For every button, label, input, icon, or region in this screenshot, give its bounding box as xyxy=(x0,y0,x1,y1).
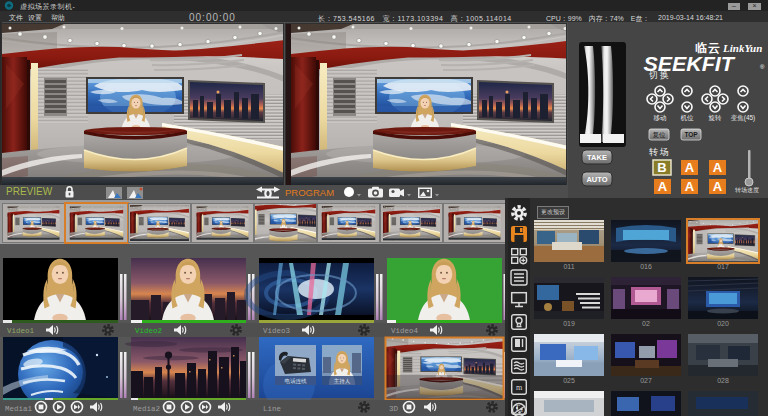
svg-text:A: A xyxy=(685,160,695,175)
svg-text:Line: Line xyxy=(263,405,281,413)
svg-text:Video2: Video2 xyxy=(135,327,162,335)
svg-text:电话连线: 电话连线 xyxy=(285,378,308,385)
svg-text:®: ® xyxy=(760,64,765,70)
svg-text:转场速度: 转场速度 xyxy=(735,186,759,194)
svg-text:m: m xyxy=(516,383,523,392)
svg-text:Media1: Media1 xyxy=(5,405,33,413)
svg-text:028: 028 xyxy=(717,377,729,384)
svg-text:016: 016 xyxy=(640,263,652,270)
svg-text:切换: 切换 xyxy=(648,70,671,80)
svg-text:A: A xyxy=(713,179,723,194)
svg-text:TOP: TOP xyxy=(684,131,698,138)
svg-text:B: B xyxy=(657,160,666,175)
svg-text:019: 019 xyxy=(563,320,575,327)
svg-text:020: 020 xyxy=(717,320,729,327)
svg-text:机位: 机位 xyxy=(681,114,695,121)
svg-text:转场: 转场 xyxy=(649,147,671,157)
svg-text:025: 025 xyxy=(563,377,575,384)
svg-text:3D: 3D xyxy=(389,405,399,413)
svg-text:TAKE: TAKE xyxy=(587,153,607,162)
svg-text:旋转: 旋转 xyxy=(709,114,723,122)
svg-text:011: 011 xyxy=(563,263,574,270)
svg-text:A: A xyxy=(685,179,695,194)
svg-text:Video3: Video3 xyxy=(263,327,291,335)
svg-text:主持人: 主持人 xyxy=(334,378,351,385)
svg-text:Media2: Media2 xyxy=(133,405,160,413)
svg-text:017: 017 xyxy=(717,263,729,270)
svg-text:变焦(45): 变焦(45) xyxy=(731,114,756,122)
svg-text:复位: 复位 xyxy=(653,131,667,139)
svg-text:AUTO: AUTO xyxy=(586,175,607,184)
svg-text:移动: 移动 xyxy=(654,114,667,122)
svg-text:027: 027 xyxy=(640,377,652,384)
svg-text:Video1: Video1 xyxy=(7,327,35,335)
svg-text:A: A xyxy=(658,179,668,194)
svg-text:02: 02 xyxy=(642,320,650,327)
svg-text:A: A xyxy=(713,160,723,175)
svg-text:Video4: Video4 xyxy=(391,327,419,335)
